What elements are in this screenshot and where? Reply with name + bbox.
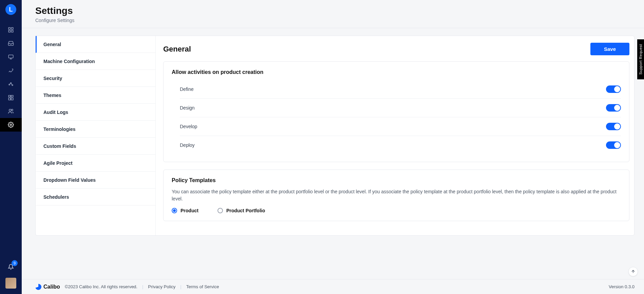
radio-label: Product Portfolio — [226, 208, 265, 213]
policy-description: You can associate the policy template ei… — [172, 188, 621, 202]
svg-point-16 — [10, 124, 12, 126]
nav-monitor[interactable] — [0, 50, 22, 64]
radio-product[interactable]: Product — [172, 208, 198, 213]
tab-security[interactable]: Security — [36, 70, 155, 87]
page-subtitle: Configure Settings — [35, 18, 630, 23]
page-title: Settings — [35, 5, 630, 16]
gear-icon — [8, 122, 14, 128]
chart-icon — [8, 81, 14, 87]
tab-audit-logs[interactable]: Audit Logs — [36, 104, 155, 121]
policy-title: Policy Templates — [172, 177, 621, 183]
radio-product-portfolio[interactable]: Product Portfolio — [217, 208, 265, 213]
svg-point-8 — [11, 83, 12, 84]
save-button[interactable]: Save — [590, 43, 629, 55]
settings-tabs: General Machine Configuration Security T… — [36, 36, 156, 235]
svg-rect-4 — [8, 55, 13, 58]
modules-icon — [8, 95, 14, 101]
page-header: Settings Configure Settings — [22, 0, 644, 28]
policy-card: Policy Templates You can associate the p… — [163, 170, 629, 221]
footer-terms-link[interactable]: Terms of Service — [186, 284, 219, 289]
activity-label: Define — [180, 86, 193, 92]
svg-rect-0 — [8, 27, 10, 29]
tab-general[interactable]: General — [36, 36, 155, 53]
svg-rect-3 — [12, 31, 13, 32]
svg-point-14 — [9, 109, 11, 111]
tab-agile-project[interactable]: Agile Project — [36, 155, 155, 172]
toggle-deploy[interactable] — [606, 141, 621, 149]
activity-row-design: Design — [180, 99, 621, 117]
flow-icon — [8, 67, 14, 74]
radio-dot-icon — [172, 208, 177, 213]
scroll-top-button[interactable] — [628, 267, 638, 276]
activity-label: Design — [180, 105, 195, 111]
nav-modules[interactable] — [0, 91, 22, 104]
svg-rect-11 — [11, 95, 13, 97]
footer-copyright: ©2023 Calibo Inc. All rights reserved. — [65, 284, 137, 289]
activity-label: Deploy — [180, 142, 195, 148]
radio-dot-icon — [217, 208, 223, 213]
nav-flow[interactable] — [0, 64, 22, 77]
app-logo[interactable]: L — [5, 4, 16, 15]
svg-point-7 — [9, 84, 10, 85]
activity-label: Develop — [180, 124, 197, 129]
inbox-icon — [8, 40, 14, 46]
svg-rect-12 — [8, 98, 11, 100]
activity-row-develop: Develop — [180, 117, 621, 136]
svg-point-15 — [12, 109, 13, 111]
radio-label: Product — [181, 208, 198, 213]
tab-dropdown-field-values[interactable]: Dropdown Field Values — [36, 172, 155, 189]
footer: Calibo ©2023 Calibo Inc. All rights rese… — [22, 279, 644, 294]
tab-custom-fields[interactable]: Custom Fields — [36, 138, 155, 155]
nav-analytics[interactable] — [0, 77, 22, 91]
tab-machine-configuration[interactable]: Machine Configuration — [36, 53, 155, 70]
svg-point-9 — [12, 85, 13, 86]
nav-users[interactable] — [0, 104, 22, 118]
tab-terminologies[interactable]: Terminologies — [36, 121, 155, 138]
toggle-develop[interactable] — [606, 123, 621, 130]
tab-themes[interactable]: Themes — [36, 87, 155, 104]
users-icon — [8, 108, 14, 114]
panel-title: General — [163, 45, 191, 54]
grid-icon — [8, 27, 14, 33]
svg-rect-2 — [8, 31, 10, 32]
side-rail: L — [0, 0, 22, 294]
support-request-tab[interactable]: Support Request — [637, 39, 644, 79]
nav-dashboard[interactable] — [0, 23, 22, 37]
toggle-design[interactable] — [606, 104, 621, 112]
brand-mark-icon — [35, 284, 41, 290]
nav-settings[interactable] — [0, 118, 22, 132]
tab-schedulers[interactable]: Schedulers — [36, 189, 155, 205]
notifications-button[interactable]: 9 — [0, 259, 22, 275]
rail-nav — [0, 23, 22, 132]
notification-badge: 9 — [12, 260, 18, 266]
footer-brand[interactable]: Calibo — [35, 284, 60, 290]
activity-row-deploy: Deploy — [180, 136, 621, 154]
svg-rect-1 — [12, 27, 13, 29]
footer-version: Version 0.3.0 — [609, 284, 634, 289]
nav-inbox[interactable] — [0, 37, 22, 50]
activities-card: Allow activities on product creation Def… — [163, 61, 629, 162]
svg-rect-10 — [8, 95, 11, 97]
activity-row-define: Define — [180, 80, 621, 99]
toggle-define[interactable] — [606, 85, 621, 93]
arrow-up-icon — [631, 269, 636, 274]
user-avatar[interactable] — [5, 278, 16, 289]
activities-title: Allow activities on product creation — [172, 69, 621, 75]
footer-privacy-link[interactable]: Privacy Policy — [148, 284, 175, 289]
monitor-icon — [8, 54, 14, 60]
svg-rect-13 — [11, 98, 13, 100]
